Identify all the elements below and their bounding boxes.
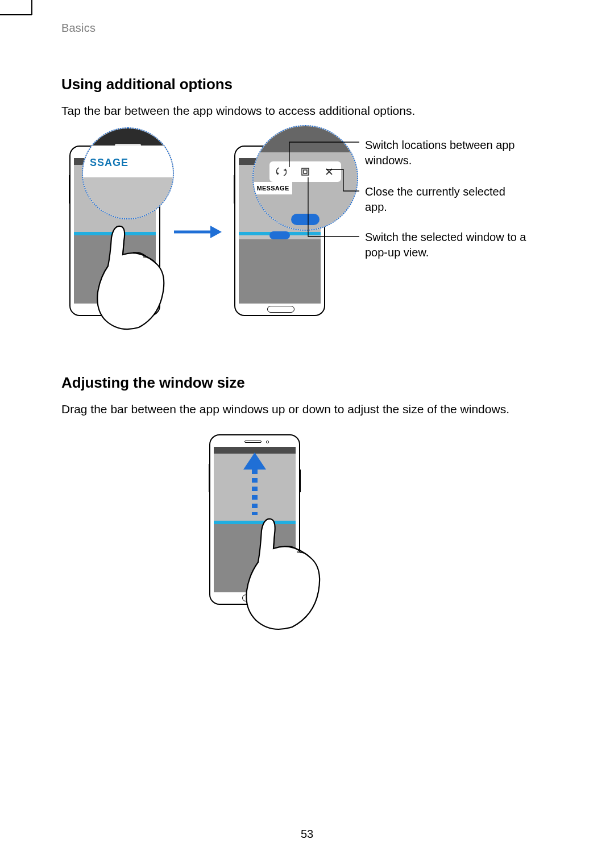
callout-switch-locations: Switch locations between app windows. <box>365 138 524 168</box>
heading-window-size: Adjusting the window size <box>61 374 562 392</box>
callout-leaders <box>61 124 380 272</box>
callout-popup-view: Switch the selected window to a pop-up v… <box>365 230 536 260</box>
home-button <box>267 306 294 313</box>
callout-close-app: Close the currently selected app. <box>365 184 513 215</box>
hand-drag-illustration <box>238 505 329 636</box>
body-additional-options: Tap the bar between the app windows to a… <box>61 102 562 119</box>
page-number: 53 <box>301 828 313 841</box>
figure-additional-options: SSAGE <box>61 135 562 368</box>
earpiece <box>244 441 262 443</box>
svg-marker-6 <box>243 452 266 470</box>
heading-additional-options: Using additional options <box>61 76 562 93</box>
body-window-size: Drag the bar between the app windows up … <box>61 401 562 418</box>
side-button <box>299 470 301 492</box>
section-label: Basics <box>61 22 562 35</box>
page-content: Basics Using additional options Tap the … <box>61 22 562 639</box>
side-button <box>209 464 210 492</box>
sensor-dot <box>266 441 269 443</box>
crop-mark-horizontal <box>0 14 32 15</box>
figure-window-size <box>61 434 562 616</box>
crop-mark-vertical <box>31 0 32 15</box>
